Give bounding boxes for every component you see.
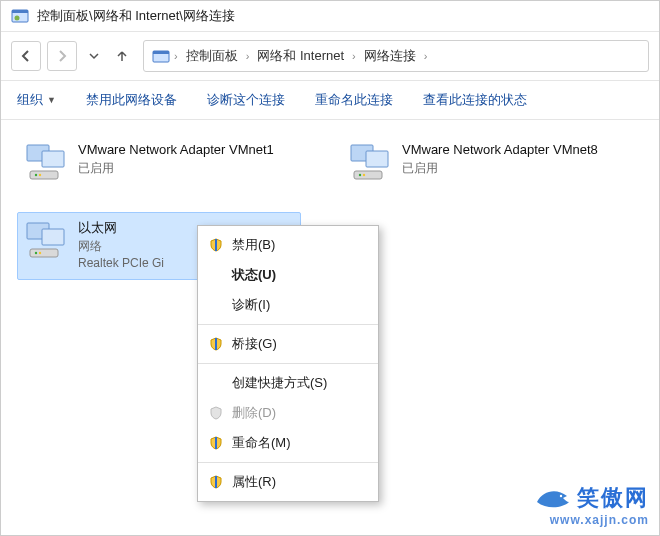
menu-label: 创建快捷方式(S) (232, 374, 327, 392)
nav-recent-button[interactable] (83, 42, 105, 70)
menu-label: 状态(U) (232, 266, 276, 284)
toolbar-disable[interactable]: 禁用此网络设备 (86, 91, 177, 109)
svg-rect-7 (30, 171, 58, 179)
breadcrumb[interactable]: › 控制面板 › 网络和 Internet › 网络连接 › (143, 40, 649, 72)
breadcrumb-item[interactable]: 网络和 Internet (253, 45, 348, 67)
menu-label: 属性(R) (232, 473, 276, 491)
watermark: 笑傲网 www.xajjn.com (535, 483, 649, 527)
shield-icon (208, 405, 224, 421)
toolbar-status[interactable]: 查看此连接的状态 (423, 91, 527, 109)
adapter-status: 已启用 (402, 160, 598, 177)
svg-point-13 (359, 174, 361, 176)
menu-bridge[interactable]: 桥接(G) (198, 329, 378, 359)
toolbar-organize[interactable]: 组织 ▼ (17, 91, 56, 109)
adapter-item[interactable]: VMware Network Adapter VMnet8 已启用 (341, 134, 625, 192)
titlebar: 控制面板\网络和 Internet\网络连接 (1, 1, 659, 32)
menu-separator (198, 462, 378, 463)
svg-rect-12 (354, 171, 382, 179)
svg-rect-6 (42, 151, 64, 167)
chevron-down-icon: ▼ (47, 95, 56, 105)
svg-point-19 (39, 252, 41, 254)
breadcrumb-item[interactable]: 控制面板 (182, 45, 242, 67)
chevron-right-icon: › (352, 50, 356, 62)
nav-up-button[interactable] (111, 42, 133, 70)
menu-separator (198, 324, 378, 325)
window-title: 控制面板\网络和 Internet\网络连接 (37, 7, 235, 25)
context-menu: 禁用(B) 状态(U) 诊断(I) 桥接(G) 创建快捷方式(S) 删除(D) (197, 225, 379, 502)
shark-icon (535, 484, 571, 512)
svg-rect-16 (42, 229, 64, 245)
menu-properties[interactable]: 属性(R) (198, 467, 378, 497)
chevron-right-icon: › (246, 50, 250, 62)
shield-icon (208, 336, 224, 352)
adapter-meta: VMware Network Adapter VMnet1 已启用 (78, 141, 274, 185)
menu-separator (198, 363, 378, 364)
menu-diagnose[interactable]: 诊断(I) (198, 290, 378, 320)
menu-label: 删除(D) (232, 404, 276, 422)
toolbar-rename[interactable]: 重命名此连接 (315, 91, 393, 109)
blank-icon (208, 267, 224, 283)
svg-point-9 (39, 174, 41, 176)
network-adapter-icon (24, 219, 68, 263)
svg-rect-11 (366, 151, 388, 167)
svg-point-18 (35, 252, 37, 254)
adapter-status: 已启用 (78, 160, 274, 177)
toolbar: 组织 ▼ 禁用此网络设备 诊断这个连接 重命名此连接 查看此连接的状态 (1, 81, 659, 120)
control-panel-icon (11, 7, 29, 25)
menu-rename[interactable]: 重命名(M) (198, 428, 378, 458)
blank-icon (208, 375, 224, 391)
adapter-detail: Realtek PCIe Gi (78, 255, 164, 272)
navbar: › 控制面板 › 网络和 Internet › 网络连接 › (1, 32, 659, 81)
toolbar-organize-label: 组织 (17, 91, 43, 109)
folder-icon (152, 47, 170, 65)
menu-delete: 删除(D) (198, 398, 378, 428)
svg-rect-17 (30, 249, 58, 257)
menu-label: 桥接(G) (232, 335, 277, 353)
shield-icon (208, 237, 224, 253)
nav-forward-button[interactable] (47, 41, 77, 71)
svg-rect-1 (12, 10, 28, 13)
toolbar-diagnose[interactable]: 诊断这个连接 (207, 91, 285, 109)
svg-point-2 (15, 16, 20, 21)
watermark-name: 笑傲网 (577, 483, 649, 513)
menu-label: 诊断(I) (232, 296, 270, 314)
menu-disable[interactable]: 禁用(B) (198, 230, 378, 260)
nav-back-button[interactable] (11, 41, 41, 71)
svg-point-20 (560, 495, 562, 497)
chevron-right-icon: › (424, 50, 428, 62)
menu-label: 重命名(M) (232, 434, 291, 452)
chevron-right-icon: › (174, 50, 178, 62)
adapter-item[interactable]: VMware Network Adapter VMnet1 已启用 (17, 134, 301, 192)
adapter-meta: 以太网 网络 Realtek PCIe Gi (78, 219, 164, 273)
adapter-name: 以太网 (78, 219, 164, 238)
adapter-meta: VMware Network Adapter VMnet8 已启用 (402, 141, 598, 185)
menu-shortcut[interactable]: 创建快捷方式(S) (198, 368, 378, 398)
watermark-url: www.xajjn.com (535, 513, 649, 527)
adapter-name: VMware Network Adapter VMnet1 (78, 141, 274, 160)
adapter-name: VMware Network Adapter VMnet8 (402, 141, 598, 160)
adapter-status: 网络 (78, 238, 164, 255)
explorer-window: 控制面板\网络和 Internet\网络连接 › 控制面板 › 网络和 Int (0, 0, 660, 536)
menu-label: 禁用(B) (232, 236, 275, 254)
svg-rect-4 (153, 51, 169, 54)
network-adapter-icon (24, 141, 68, 185)
blank-icon (208, 297, 224, 313)
svg-point-8 (35, 174, 37, 176)
network-adapter-icon (348, 141, 392, 185)
shield-icon (208, 435, 224, 451)
shield-icon (208, 474, 224, 490)
svg-point-14 (363, 174, 365, 176)
menu-status[interactable]: 状态(U) (198, 260, 378, 290)
breadcrumb-item[interactable]: 网络连接 (360, 45, 420, 67)
